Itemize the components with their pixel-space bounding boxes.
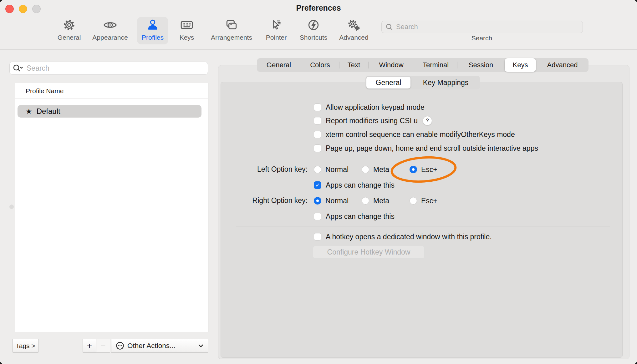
toolbar-search-input[interactable] <box>395 23 579 31</box>
row-right-apps-change: Apps can change this <box>314 212 395 221</box>
toolbar-item-advanced[interactable]: Advanced <box>337 17 371 44</box>
left-option-key-row: Left Option key: Normal Meta Esc+ <box>0 165 637 174</box>
checkbox-csi-u[interactable] <box>314 117 321 124</box>
toolbar-label: Keys <box>180 34 194 41</box>
profile-search-input[interactable] <box>26 64 205 73</box>
radio-icon <box>362 197 369 205</box>
add-profile-button[interactable]: + <box>83 339 96 353</box>
profile-list: Profile Name ★ Default <box>15 83 208 332</box>
star-icon: ★ <box>26 107 32 116</box>
left-option-key-label: Left Option key: <box>219 165 308 174</box>
windows-icon <box>224 17 239 33</box>
checkbox-label: Report modifiers using CSI u <box>326 117 418 125</box>
header-divider <box>15 98 208 99</box>
separator <box>236 226 610 226</box>
preferences-window: Preferences General Appearance Profiles <box>0 0 637 364</box>
radio-icon <box>314 166 321 173</box>
add-remove-group: + − <box>83 339 110 353</box>
window-title: Preferences <box>0 3 637 13</box>
toolbar-search-field[interactable] <box>381 21 583 33</box>
right-option-meta[interactable]: Meta <box>362 196 389 205</box>
radio-icon <box>410 197 417 205</box>
row-csi-u: Report modifiers using CSI u ? <box>314 116 432 125</box>
subtab-general[interactable]: General <box>366 77 410 88</box>
toolbar-label: Appearance <box>92 34 128 41</box>
help-button[interactable]: ? <box>423 116 432 125</box>
toolbar-item-profiles[interactable]: Profiles <box>137 17 168 44</box>
toolbar-label: General <box>58 34 81 41</box>
keyboard-icon <box>180 17 194 33</box>
radio-icon-selected <box>314 197 321 205</box>
toolbar-label: Pointer <box>266 34 287 41</box>
checkbox-left-apps-change[interactable] <box>314 181 321 189</box>
checkbox-label: Apps can change this <box>326 212 395 221</box>
person-icon <box>145 17 160 33</box>
gear-icon <box>62 17 76 33</box>
checkbox-keypad-mode[interactable] <box>314 104 321 111</box>
checkbox-label: xterm control sequence can enable modify… <box>326 130 515 139</box>
checkbox-hotkey-window[interactable] <box>314 233 321 240</box>
row-page-scroll: Page up, page down, home and end scroll … <box>314 144 538 153</box>
toolbar-label: Shortcuts <box>300 34 328 41</box>
checkbox-label: Page up, page down, home and end scroll … <box>326 144 538 153</box>
bolt-circle-icon <box>306 17 321 33</box>
tab-terminal[interactable]: Terminal <box>414 58 457 72</box>
left-option-esc[interactable]: Esc+ <box>410 165 437 174</box>
right-option-esc[interactable]: Esc+ <box>410 196 437 205</box>
search-icon <box>385 23 393 31</box>
tags-button[interactable]: Tags > <box>13 339 38 353</box>
tab-general[interactable]: General <box>257 58 301 72</box>
radio-icon-selected <box>410 166 417 173</box>
profile-row-default[interactable]: ★ Default <box>18 105 201 118</box>
toolbar-item-keys[interactable]: Keys <box>176 17 198 44</box>
gears-icon <box>347 17 361 33</box>
toolbar-label: Advanced <box>339 34 368 41</box>
left-option-normal[interactable]: Normal <box>314 165 349 174</box>
toolbar-label: Arrangements <box>211 34 252 41</box>
tab-text[interactable]: Text <box>339 58 368 72</box>
profile-list-header: Profile Name <box>26 87 64 95</box>
toolbar-label: Profiles <box>142 34 164 41</box>
toolbar-item-general[interactable]: General <box>54 17 85 44</box>
subtab-key-mappings[interactable]: Key Mappings <box>412 77 479 88</box>
right-option-key-label: Right Option key: <box>219 196 308 205</box>
right-option-key-row: Right Option key: Normal Meta Esc+ <box>0 196 637 205</box>
right-option-normal[interactable]: Normal <box>314 196 349 205</box>
row-keypad-mode: Allow application keypad mode <box>314 103 425 112</box>
circled-ellipsis-icon <box>116 341 124 350</box>
radio-icon <box>362 166 369 173</box>
tab-colors[interactable]: Colors <box>301 58 339 72</box>
remove-profile-button: − <box>96 339 110 353</box>
configure-hotkey-window-button: Configure Hotkey Window <box>313 246 425 259</box>
search-with-menu-icon <box>13 64 23 72</box>
checkbox-modify-other-keys[interactable] <box>314 131 321 138</box>
chevron-down-icon <box>198 344 203 347</box>
tab-keys[interactable]: Keys <box>505 58 536 72</box>
toolbar-item-appearance[interactable]: Appearance <box>91 17 129 44</box>
row-modify-other-keys: xterm control sequence can enable modify… <box>314 130 515 139</box>
toolbar-divider <box>0 49 637 50</box>
eye-icon <box>103 17 117 33</box>
checkbox-page-scroll[interactable] <box>314 144 321 152</box>
profile-search-field[interactable] <box>9 62 208 75</box>
checkbox-label: A hotkey opens a dedicated window with t… <box>326 233 492 241</box>
profile-name: Default <box>37 107 60 116</box>
checkbox-label: Allow application keypad mode <box>326 103 425 112</box>
toolbar-search-label: Search <box>451 34 513 42</box>
screen: Preferences General Appearance Profiles <box>0 0 637 364</box>
checkbox-label: Apps can change this <box>326 181 395 190</box>
checkbox-right-apps-change[interactable] <box>314 213 321 220</box>
toolbar-item-pointer[interactable]: Pointer <box>262 17 290 44</box>
tab-advanced[interactable]: Advanced <box>536 58 589 72</box>
tab-session[interactable]: Session <box>457 58 504 72</box>
cursor-icon <box>269 17 283 33</box>
toolbar-item-shortcuts[interactable]: Shortcuts <box>296 17 331 44</box>
profile-tab-bar: General Colors Text Window Terminal Sess… <box>257 58 589 72</box>
separator <box>236 158 610 158</box>
toolbar-item-arrangements[interactable]: Arrangements <box>208 17 255 44</box>
other-actions-label: Other Actions... <box>127 342 176 350</box>
tab-window[interactable]: Window <box>369 58 414 72</box>
row-hotkey-window: A hotkey opens a dedicated window with t… <box>314 232 492 241</box>
other-actions-dropdown[interactable]: Other Actions... <box>111 339 208 353</box>
left-option-meta[interactable]: Meta <box>362 165 389 174</box>
